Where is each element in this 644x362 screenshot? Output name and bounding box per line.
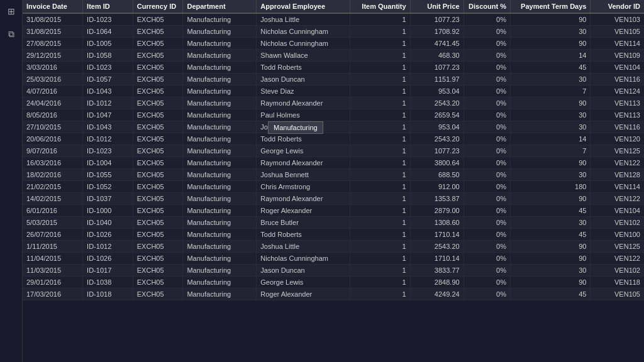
- cell-invoiceDate: 9/07/2016: [23, 145, 83, 157]
- grid-icon[interactable]: ⊞: [4, 4, 19, 19]
- table-row[interactable]: 29/01/2016ID-1038EXCH05ManufacturingGeor…: [23, 277, 644, 288]
- layers-icon[interactable]: ⧉: [4, 26, 19, 41]
- cell-vendorId: VEN113: [591, 109, 644, 121]
- table-row[interactable]: 21/02/2015ID-1052EXCH05ManufacturingChri…: [23, 181, 644, 193]
- cell-invoiceDate: 17/03/2016: [23, 288, 83, 300]
- cell-vendorId: VEN118: [591, 277, 644, 288]
- cell-approvalEmployee: Paul Holmes: [257, 109, 350, 121]
- cell-paymentTermDays: 90: [510, 97, 590, 109]
- table-row[interactable]: 9/07/2016ID-1023EXCH05ManufacturingGeorg…: [23, 145, 644, 157]
- table-row[interactable]: 5/03/2015ID-1040EXCH05ManufacturingBruce…: [23, 217, 644, 229]
- cell-vendorId: VEN116: [591, 74, 644, 85]
- table-row[interactable]: 26/07/2016ID-1026EXCH05ManufacturingTodd…: [23, 229, 644, 241]
- cell-invoiceDate: 20/06/2016: [23, 133, 83, 145]
- cell-discount: 0%: [464, 133, 510, 145]
- column-header-department[interactable]: Department: [183, 0, 257, 13]
- table-row[interactable]: 8/05/2016ID-1047EXCH05ManufacturingPaul …: [23, 109, 644, 121]
- column-header-paymentTermDays[interactable]: Payment Term Days: [510, 0, 590, 13]
- cell-vendorId: VEN114: [591, 181, 644, 193]
- cell-paymentTermDays: 90: [510, 277, 590, 288]
- cell-paymentTermDays: 30: [510, 169, 590, 181]
- table-row[interactable]: 29/12/2015ID-1058EXCH05ManufacturingShaw…: [23, 50, 644, 62]
- cell-department: Manufacturing: [183, 288, 257, 300]
- cell-discount: 0%: [464, 181, 510, 193]
- cell-itemId: ID-1043: [83, 121, 133, 133]
- cell-itemQuantity: 1: [350, 288, 411, 300]
- cell-department: Manufacturing: [183, 145, 257, 157]
- cell-department: Manufacturing: [183, 157, 257, 169]
- cell-discount: 0%: [464, 74, 510, 85]
- cell-department: Manufacturing: [183, 193, 257, 205]
- table-row[interactable]: 31/08/2015ID-1064EXCH05ManufacturingNich…: [23, 26, 644, 38]
- cell-department: Manufacturing: [183, 97, 257, 109]
- cell-itemQuantity: 1: [350, 74, 411, 85]
- cell-itemId: ID-1017: [83, 265, 133, 277]
- table-row[interactable]: 18/02/2016ID-1055EXCH05ManufacturingJosh…: [23, 169, 644, 181]
- cell-approvalEmployee: Todd Roberts: [257, 229, 350, 241]
- cell-itemId: ID-1004: [83, 157, 133, 169]
- table-row[interactable]: 11/04/2015ID-1026EXCH05ManufacturingNich…: [23, 253, 644, 265]
- cell-unitPrice: 688.50: [410, 169, 464, 181]
- column-header-unitPrice[interactable]: Unit Price: [410, 0, 464, 13]
- table-row[interactable]: 6/01/2016ID-1000EXCH05ManufacturingRoger…: [23, 205, 644, 217]
- cell-itemQuantity: 1: [350, 241, 411, 253]
- cell-unitPrice: 2543.20: [410, 97, 464, 109]
- cell-department: Manufacturing: [183, 169, 257, 181]
- column-header-discount[interactable]: Discount %: [464, 0, 510, 13]
- table-row[interactable]: 11/03/2015ID-1017EXCH05ManufacturingJaso…: [23, 265, 644, 277]
- cell-currencyId: EXCH05: [133, 265, 183, 277]
- cell-unitPrice: 1077.23: [410, 13, 464, 26]
- table-row[interactable]: 14/02/2015ID-1037EXCH05ManufacturingRaym…: [23, 193, 644, 205]
- table-row[interactable]: 27/08/2015ID-1005EXCH05ManufacturingNich…: [23, 38, 644, 50]
- cell-itemQuantity: 1: [350, 50, 411, 62]
- cell-paymentTermDays: 30: [510, 26, 590, 38]
- cell-unitPrice: 1308.60: [410, 217, 464, 229]
- cell-currencyId: EXCH05: [133, 13, 183, 26]
- cell-discount: 0%: [464, 205, 510, 217]
- cell-currencyId: EXCH05: [133, 277, 183, 288]
- column-header-itemQuantity[interactable]: Item Quantity: [350, 0, 411, 13]
- column-header-currencyId[interactable]: Currency ID: [133, 0, 183, 13]
- table-row[interactable]: 4/07/2016ID-1043EXCH05ManufacturingSteve…: [23, 85, 644, 97]
- cell-approvalEmployee: Nicholas Cunningham: [257, 38, 350, 50]
- cell-itemQuantity: 1: [350, 181, 411, 193]
- cell-paymentTermDays: 30: [510, 74, 590, 85]
- cell-vendorId: VEN102: [591, 217, 644, 229]
- cell-discount: 0%: [464, 85, 510, 97]
- main-content: Manufacturing Invoice DateItem IDCurrenc…: [23, 0, 644, 362]
- cell-unitPrice: 1151.97: [410, 74, 464, 85]
- cell-unitPrice: 2659.54: [410, 109, 464, 121]
- table-row[interactable]: 20/06/2016ID-1012EXCH05ManufacturingTodd…: [23, 133, 644, 145]
- cell-itemId: ID-1057: [83, 74, 133, 85]
- cell-currencyId: EXCH05: [133, 50, 183, 62]
- cell-department: Manufacturing: [183, 85, 257, 97]
- table-row[interactable]: 24/04/2016ID-1012EXCH05ManufacturingRaym…: [23, 97, 644, 109]
- table-row[interactable]: 25/03/2016ID-1057EXCH05ManufacturingJaso…: [23, 74, 644, 85]
- cell-vendorId: VEN113: [591, 97, 644, 109]
- sidebar: ⊞ ⧉: [0, 0, 23, 362]
- cell-itemQuantity: 1: [350, 217, 411, 229]
- cell-itemId: ID-1037: [83, 193, 133, 205]
- cell-invoiceDate: 31/08/2015: [23, 13, 83, 26]
- table-row[interactable]: 31/08/2015ID-1023EXCH05ManufacturingJosh…: [23, 13, 644, 26]
- table-container[interactable]: Invoice DateItem IDCurrency IDDepartment…: [23, 0, 644, 300]
- cell-paymentTermDays: 90: [510, 13, 590, 26]
- cell-department: Manufacturing: [183, 26, 257, 38]
- cell-unitPrice: 1710.14: [410, 229, 464, 241]
- column-header-vendorId[interactable]: Vendor ID: [591, 0, 644, 13]
- column-header-invoiceDate[interactable]: Invoice Date: [23, 0, 83, 13]
- cell-unitPrice: 4741.45: [410, 38, 464, 50]
- cell-approvalEmployee: Joshua Bennett: [257, 121, 350, 133]
- column-header-approvalEmployee[interactable]: Approval Employee: [257, 0, 350, 13]
- cell-paymentTermDays: 30: [510, 217, 590, 229]
- table-row[interactable]: 1/11/2015ID-1012EXCH05ManufacturingJoshu…: [23, 241, 644, 253]
- cell-paymentTermDays: 90: [510, 157, 590, 169]
- table-row[interactable]: 17/03/2016ID-1018EXCH05ManufacturingRoge…: [23, 288, 644, 300]
- table-row[interactable]: 16/03/2016ID-1004EXCH05ManufacturingRaym…: [23, 157, 644, 169]
- table-row[interactable]: 3/03/2016ID-1023EXCH05ManufacturingTodd …: [23, 62, 644, 74]
- cell-itemId: ID-1055: [83, 169, 133, 181]
- column-header-itemId[interactable]: Item ID: [83, 0, 133, 13]
- cell-discount: 0%: [464, 253, 510, 265]
- table-row[interactable]: 27/10/2015ID-1043EXCH05ManufacturingJosh…: [23, 121, 644, 133]
- cell-itemId: ID-1012: [83, 133, 133, 145]
